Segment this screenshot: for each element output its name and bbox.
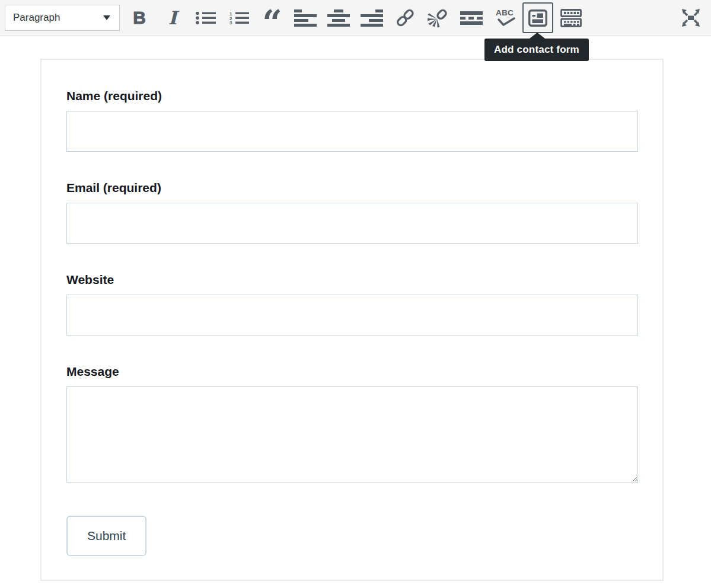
spellcheck-icon: ABC: [494, 9, 516, 27]
blockquote-icon: “: [262, 6, 282, 40]
contact-form-preview: Name (required) Email (required) Website…: [40, 59, 664, 581]
name-field-group: Name (required): [66, 89, 638, 152]
align-center-button[interactable]: [323, 2, 354, 33]
add-contact-form-button[interactable]: [522, 2, 553, 33]
fullscreen-button[interactable]: [675, 2, 706, 33]
align-right-icon: [361, 9, 383, 27]
website-field-label: Website: [66, 273, 638, 287]
paragraph-style-value: Paragraph: [13, 12, 60, 24]
numbered-list-icon: 1 2 3: [229, 11, 249, 24]
editor-toolbar: Paragraph B I 1 2 3 “: [0, 0, 711, 36]
paragraph-style-dropdown[interactable]: Paragraph: [5, 5, 120, 31]
align-left-icon: [294, 9, 317, 27]
bold-button[interactable]: B: [124, 2, 155, 33]
italic-button[interactable]: I: [157, 2, 188, 33]
blockquote-button[interactable]: “: [257, 2, 288, 33]
keyboard-shortcuts-button[interactable]: [556, 2, 586, 33]
tooltip-text: Add contact form: [494, 44, 579, 56]
align-left-button[interactable]: [290, 2, 321, 33]
message-field-label: Message: [66, 365, 638, 379]
svg-text:3: 3: [229, 20, 232, 24]
numbered-list-button[interactable]: 1 2 3: [224, 2, 254, 33]
submit-button[interactable]: Submit: [66, 516, 146, 556]
email-field-label: Email (required): [66, 181, 638, 195]
email-field-group: Email (required): [66, 181, 638, 244]
name-field-label: Name (required): [66, 89, 638, 103]
bulleted-list-button[interactable]: [190, 2, 221, 33]
website-input[interactable]: [66, 295, 638, 335]
name-input[interactable]: [66, 111, 638, 152]
bulleted-list-icon: [196, 12, 216, 24]
message-field-group: Message: [66, 365, 638, 482]
align-right-button[interactable]: [356, 2, 387, 33]
insert-link-button[interactable]: [390, 2, 420, 33]
align-center-icon: [327, 9, 350, 27]
link-icon: [394, 7, 416, 29]
read-more-icon: [460, 11, 483, 25]
email-input[interactable]: [66, 203, 638, 244]
add-contact-form-tooltip: Add contact form: [484, 39, 589, 61]
spellcheck-button[interactable]: ABC: [489, 2, 520, 33]
read-more-button[interactable]: [456, 2, 487, 33]
italic-icon: I: [168, 9, 177, 27]
keyboard-icon: [560, 9, 582, 27]
message-textarea[interactable]: [66, 386, 638, 482]
website-field-group: Website: [66, 273, 638, 335]
unlink-icon: [427, 7, 449, 29]
chevron-down-icon: [103, 15, 110, 20]
contact-form-icon: [528, 9, 547, 27]
bold-icon: B: [133, 9, 146, 27]
fullscreen-icon: [680, 7, 702, 29]
remove-link-button[interactable]: [423, 2, 454, 33]
